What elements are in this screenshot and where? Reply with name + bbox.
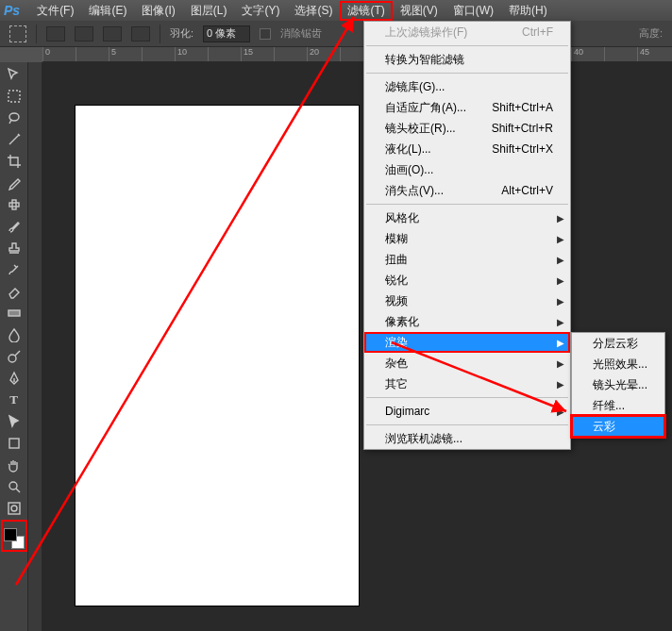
ps-logo: Ps [4, 3, 20, 18]
menu-layer[interactable]: 图层(L) [183, 1, 235, 21]
menu-select[interactable]: 选择(S) [287, 1, 340, 21]
svg-point-7 [9, 482, 17, 490]
submenu-arrow-icon: ▶ [557, 379, 564, 390]
gradient-tool-icon[interactable] [4, 303, 25, 324]
menu-window[interactable]: 窗口(W) [445, 1, 501, 21]
ruler-vertical [28, 62, 42, 631]
marquee-tool-icon[interactable] [4, 86, 25, 107]
crop-tool-icon[interactable] [4, 151, 25, 172]
blur-tool-icon[interactable] [4, 324, 25, 345]
selection-mode-new[interactable] [46, 26, 65, 42]
separator [366, 204, 568, 205]
canvas[interactable] [76, 106, 359, 606]
filter-lens[interactable]: 镜头校正(R)...Shift+Ctrl+R [364, 118, 570, 139]
toolbar: T [0, 62, 28, 631]
filter-sharpen[interactable]: 锐化▶ [364, 270, 570, 291]
menu-type[interactable]: 文字(Y) [234, 1, 287, 21]
color-swatch-highlight [1, 520, 27, 552]
submenu-arrow-icon: ▶ [557, 358, 564, 369]
filter-digimarc[interactable]: Digimarc▶ [364, 401, 570, 422]
submenu-arrow-icon: ▶ [557, 338, 564, 348]
pen-tool-icon[interactable] [4, 368, 25, 389]
dodge-tool-icon[interactable] [4, 346, 25, 367]
svg-point-5 [8, 355, 16, 362]
svg-point-9 [11, 506, 17, 511]
menu-help[interactable]: 帮助(H) [501, 1, 555, 21]
zoom-tool-icon[interactable] [4, 476, 25, 497]
submenu-arrow-icon: ▶ [557, 213, 564, 224]
menubar: Ps 文件(F) 编辑(E) 图像(I) 图层(L) 文字(Y) 选择(S) 滤… [0, 0, 672, 21]
filter-stylize[interactable]: 风格化▶ [364, 208, 570, 228]
filter-adaptive[interactable]: 自适应广角(A)...Shift+Ctrl+A [364, 97, 570, 118]
filter-last[interactable]: 上次滤镜操作(F)Ctrl+F [364, 22, 570, 42]
svg-rect-6 [9, 439, 19, 448]
height-label: 高度: [639, 26, 663, 41]
svg-rect-4 [8, 310, 20, 316]
brush-tool-icon[interactable] [4, 216, 25, 237]
options-bar: 羽化: 消除锯齿 高度: [0, 21, 672, 47]
selection-mode-intersect[interactable] [131, 26, 150, 42]
menu-filter[interactable]: 滤镜(T) [340, 1, 392, 21]
submenu-arrow-icon: ▶ [557, 317, 564, 327]
render-clouds[interactable]: 云彩 [572, 416, 664, 437]
render-fibers[interactable]: 纤维... [572, 395, 664, 416]
menu-image[interactable]: 图像(I) [134, 1, 182, 21]
filter-distort[interactable]: 扭曲▶ [364, 249, 570, 270]
menu-view[interactable]: 视图(V) [393, 1, 445, 21]
quickmask-icon[interactable] [4, 498, 25, 519]
ruler-horizontal: 0 5 10 15 20 25 30 35 40 45 [42, 47, 672, 62]
antialias-label: 消除锯齿 [280, 26, 322, 41]
filter-blur[interactable]: 模糊▶ [364, 228, 570, 249]
antialias-checkbox[interactable] [260, 28, 271, 40]
history-brush-tool-icon[interactable] [4, 259, 25, 280]
render-submenu: 分层云彩 光照效果... 镜头光晕... 纤维... 云彩 [571, 332, 665, 438]
tool-preset-icon[interactable] [9, 25, 26, 42]
feather-label: 羽化: [170, 26, 193, 41]
render-lens-flare[interactable]: 镜头光晕... [572, 374, 664, 395]
submenu-arrow-icon: ▶ [557, 255, 564, 265]
filter-render[interactable]: 渲染▶ [364, 332, 570, 353]
shape-tool-icon[interactable] [4, 433, 25, 454]
feather-input[interactable] [203, 25, 250, 42]
stamp-tool-icon[interactable] [4, 238, 25, 258]
separator [366, 424, 568, 425]
filter-vanish[interactable]: 消失点(V)...Alt+Ctrl+V [364, 180, 570, 201]
menu-file[interactable]: 文件(F) [29, 1, 81, 21]
move-tool-icon[interactable] [4, 64, 25, 85]
color-swatch[interactable] [4, 528, 25, 549]
submenu-arrow-icon: ▶ [557, 407, 564, 417]
filter-smart[interactable]: 转换为智能滤镜 [364, 49, 570, 70]
svg-rect-2 [9, 203, 19, 207]
filter-menu: 上次滤镜操作(F)Ctrl+F 转换为智能滤镜 滤镜库(G)... 自适应广角(… [363, 21, 571, 450]
foreground-color[interactable] [4, 528, 17, 541]
submenu-arrow-icon: ▶ [557, 234, 564, 244]
filter-browse[interactable]: 浏览联机滤镜... [364, 428, 570, 449]
render-diff-clouds[interactable]: 分层云彩 [572, 333, 664, 354]
render-lighting[interactable]: 光照效果... [572, 354, 664, 374]
separator [36, 25, 37, 43]
heal-tool-icon[interactable] [4, 194, 25, 215]
lasso-tool-icon[interactable] [4, 108, 25, 128]
filter-liquify[interactable]: 液化(L)...Shift+Ctrl+X [364, 139, 570, 159]
type-tool-icon[interactable]: T [4, 390, 25, 410]
eyedropper-tool-icon[interactable] [4, 173, 25, 193]
filter-oil[interactable]: 油画(O)... [364, 159, 570, 180]
submenu-arrow-icon: ▶ [557, 296, 564, 307]
filter-gallery[interactable]: 滤镜库(G)... [364, 76, 570, 97]
selection-mode-add[interactable] [75, 26, 93, 42]
menu-edit[interactable]: 编辑(E) [81, 1, 134, 21]
selection-mode-sub[interactable] [103, 26, 122, 42]
svg-rect-3 [12, 200, 16, 209]
wand-tool-icon[interactable] [4, 129, 25, 150]
path-select-tool-icon[interactable] [4, 411, 25, 432]
filter-video[interactable]: 视频▶ [364, 291, 570, 311]
filter-noise[interactable]: 杂色▶ [364, 353, 570, 374]
separator [366, 73, 568, 74]
eraser-tool-icon[interactable] [4, 281, 25, 302]
filter-other[interactable]: 其它▶ [364, 374, 570, 394]
hand-tool-icon[interactable] [4, 455, 25, 475]
separator [160, 25, 160, 43]
filter-pixelate[interactable]: 像素化▶ [364, 311, 570, 332]
submenu-arrow-icon: ▶ [557, 275, 564, 286]
separator [366, 45, 568, 46]
